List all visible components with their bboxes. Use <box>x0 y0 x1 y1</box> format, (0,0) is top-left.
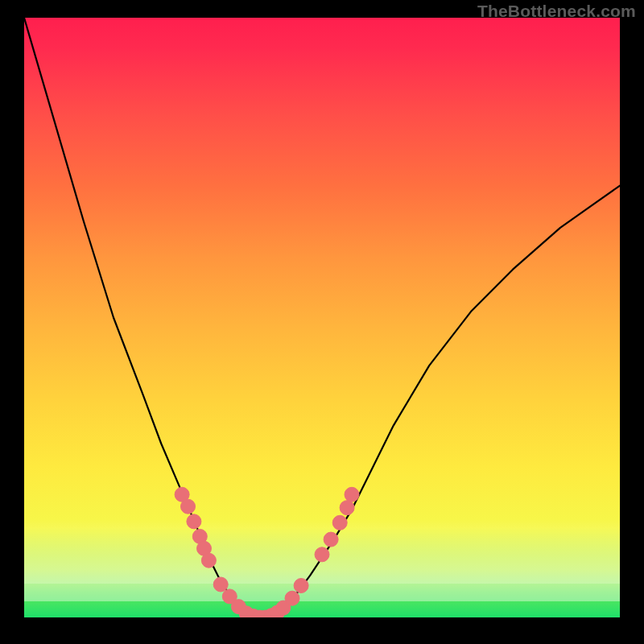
watermark-text: TheBottleneck.com <box>477 2 636 21</box>
chart-stage: TheBottleneck.com <box>0 0 644 644</box>
plot-area <box>24 18 620 617</box>
pale-band-lower <box>24 584 620 601</box>
pale-band-upper <box>24 519 620 584</box>
